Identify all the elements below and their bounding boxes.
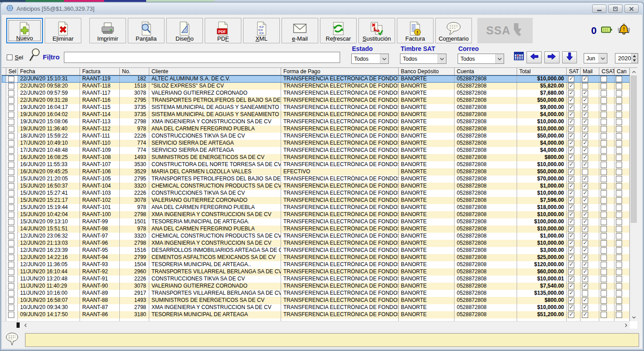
can-checkbox[interactable]: [616, 169, 622, 175]
table-row[interactable]: 15/JUN/20 09:13:10RAANT-991501TESORERIA …: [2, 218, 637, 226]
csat-checkbox[interactable]: [601, 162, 607, 168]
table-row[interactable]: 12/JUN/20 21:13:03RAANT-962798XMA INGENI…: [2, 240, 637, 247]
next-month-button[interactable]: [544, 51, 560, 63]
can-checkbox[interactable]: [616, 240, 622, 247]
calendar-grid-icon[interactable]: [514, 52, 524, 62]
table-row[interactable]: 15/JUN/20 15:19:44RAANT-101978ANA DEL CA…: [2, 204, 637, 211]
table-row[interactable]: 19/JUN/20 11:36:40RAANT-112978ANA DEL CA…: [2, 125, 637, 133]
table-row[interactable]: 12/JUN/20 23:06:32RAANT-973320CHEMICAL C…: [2, 233, 637, 240]
row-select-checkbox[interactable]: [8, 262, 14, 268]
mail-checkbox[interactable]: [582, 176, 588, 182]
row-select-checkbox[interactable]: [8, 312, 14, 318]
can-checkbox[interactable]: [616, 269, 622, 275]
table-row[interactable]: 17/JUN/20 10:49:10RAANT-110774SERVICIO S…: [2, 140, 637, 147]
csat-checkbox[interactable]: [601, 290, 607, 297]
sat-checkbox[interactable]: [568, 247, 574, 254]
csat-checkbox[interactable]: [601, 305, 607, 311]
row-select-checkbox[interactable]: [8, 226, 14, 232]
sat-checkbox[interactable]: [568, 197, 574, 204]
csat-checkbox[interactable]: [601, 90, 607, 96]
sat-checkbox[interactable]: [568, 262, 574, 268]
can-checkbox[interactable]: [616, 76, 622, 82]
table-row[interactable]: 11/JUN/20 13:20:48RAANT-912226CONSTRUCCI…: [2, 276, 637, 283]
refrescar-button[interactable]: Refrescar: [320, 18, 357, 43]
row-select-checkbox[interactable]: [8, 290, 14, 297]
sat-checkbox[interactable]: [568, 119, 574, 125]
can-checkbox[interactable]: [616, 305, 622, 311]
sat-checkbox[interactable]: [568, 233, 574, 239]
sat-checkbox[interactable]: [568, 219, 574, 225]
can-checkbox[interactable]: [616, 90, 622, 96]
sat-checkbox[interactable]: [568, 255, 574, 261]
previous-month-button[interactable]: [526, 51, 542, 63]
can-checkbox[interactable]: [616, 219, 622, 225]
table-row[interactable]: 12/JUN/20 16:23:39RAANT-951516DESARROLLO…: [2, 247, 637, 254]
csat-checkbox[interactable]: [601, 212, 607, 218]
row-select-checkbox[interactable]: [8, 197, 14, 204]
csat-checkbox[interactable]: [601, 205, 607, 211]
mail-checkbox[interactable]: [582, 76, 588, 82]
sat-checkbox[interactable]: [568, 312, 574, 318]
sat-checkbox[interactable]: [568, 297, 574, 304]
can-checkbox[interactable]: [616, 104, 622, 111]
can-checkbox[interactable]: [616, 212, 622, 218]
mail-checkbox[interactable]: [582, 133, 588, 139]
mail-checkbox[interactable]: [582, 205, 588, 211]
can-checkbox[interactable]: [616, 247, 622, 254]
factura-button[interactable]: !Factura: [397, 18, 434, 43]
sat-checkbox[interactable]: [568, 205, 574, 211]
row-select-checkbox[interactable]: [8, 155, 14, 161]
mail-checkbox[interactable]: [582, 112, 588, 118]
mail-checkbox[interactable]: [582, 226, 588, 232]
table-row[interactable]: 16/JUN/20 11:55:33RAANT-1073530CONSTRUCT…: [2, 161, 637, 168]
csat-checkbox[interactable]: [601, 262, 607, 268]
column-header-banco[interactable]: Banco Depósito: [399, 68, 455, 75]
row-select-checkbox[interactable]: [8, 112, 14, 118]
sat-checkbox[interactable]: [568, 169, 574, 175]
csat-checkbox[interactable]: [601, 140, 607, 146]
can-checkbox[interactable]: [616, 119, 622, 125]
table-row[interactable]: 19/JUN/20 16:04:17RAANT-1153735SISTEMA M…: [2, 104, 637, 111]
eliminar-button[interactable]: Eliminar: [45, 18, 81, 43]
column-header-csat[interactable]: CSAT: [599, 68, 615, 75]
table-row[interactable]: 11/JUN/20 10:16:00RAANT-892917TRANSPORTE…: [2, 290, 637, 297]
csat-checkbox[interactable]: [601, 76, 607, 82]
year-spinner[interactable]: 2020: [615, 53, 638, 63]
mail-checkbox[interactable]: [582, 140, 588, 146]
sat-checkbox[interactable]: [568, 162, 574, 168]
mail-checkbox[interactable]: [582, 240, 588, 247]
row-select-checkbox[interactable]: [8, 240, 14, 247]
mail-checkbox[interactable]: [582, 190, 588, 196]
sat-checkbox[interactable]: [568, 176, 574, 182]
sustitucion-button[interactable]: Sustitución: [358, 18, 395, 43]
row-select-checkbox[interactable]: [8, 147, 14, 154]
mail-checkbox[interactable]: [582, 97, 588, 104]
timbre-sat-dropdown[interactable]: Todos: [400, 54, 446, 64]
horizontal-scrollbar[interactable]: [2, 321, 630, 329]
can-checkbox[interactable]: [616, 97, 622, 104]
imprimir-button[interactable]: Imprimir: [89, 18, 126, 43]
csat-checkbox[interactable]: [601, 83, 607, 89]
table-row[interactable]: 19/JUN/20 15:08:06RAANT-1132798XMA INGEN…: [2, 118, 637, 125]
scroll-up-icon[interactable]: [630, 68, 637, 75]
row-select-checkbox[interactable]: [8, 183, 14, 189]
can-checkbox[interactable]: [616, 205, 622, 211]
csat-checkbox[interactable]: [601, 176, 607, 182]
mail-checkbox[interactable]: [582, 305, 588, 311]
column-header-cliente[interactable]: Cliente: [149, 68, 281, 75]
table-row[interactable]: 22/JUN/20 09:58:20RAANT-1181518"SILOZ EX…: [2, 83, 637, 90]
row-select-checkbox[interactable]: [8, 83, 14, 89]
table-row[interactable]: 17/JUN/20 10:48:48RAANT-109774SERVICIO S…: [2, 147, 637, 154]
sat-checkbox[interactable]: [568, 90, 574, 96]
correo-dropdown[interactable]: Todos: [458, 54, 504, 64]
can-checkbox[interactable]: [616, 126, 622, 132]
table-row[interactable]: 15/JUN/20 15:21:17RAANT-1023078VALERIANO…: [2, 197, 637, 204]
filter-input[interactable]: [64, 52, 340, 63]
sat-checkbox[interactable]: [568, 104, 574, 111]
pantalla-button[interactable]: Pantalla: [128, 18, 164, 43]
sat-checkbox[interactable]: [568, 226, 574, 232]
can-checkbox[interactable]: [616, 155, 622, 161]
vertical-scroll-thumb[interactable]: [631, 75, 637, 223]
column-header-cuenta[interactable]: Cuenta: [455, 68, 517, 75]
mail-checkbox[interactable]: [582, 155, 588, 161]
